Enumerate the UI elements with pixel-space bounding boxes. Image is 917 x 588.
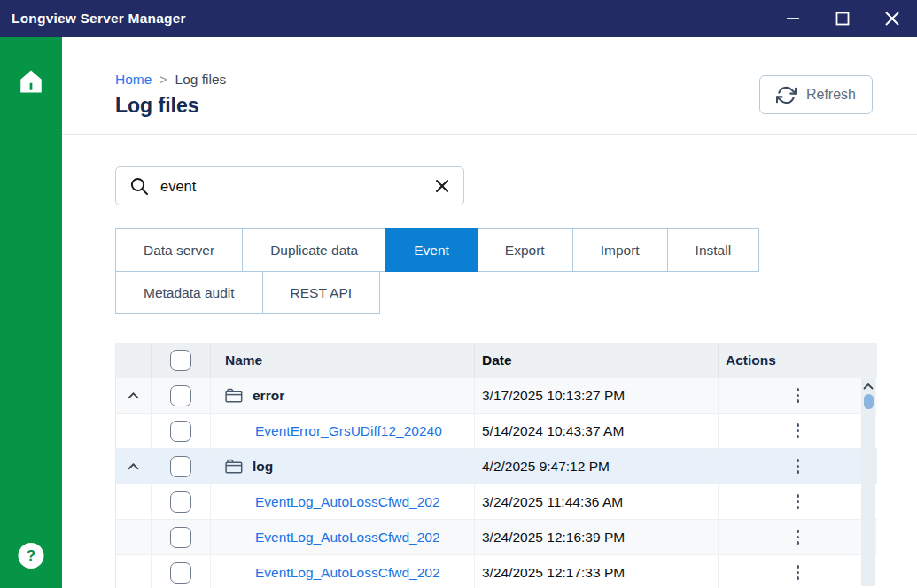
- row-date: 3/17/2025 10:13:27 PM: [475, 378, 719, 413]
- tab-install[interactable]: Install: [667, 228, 760, 272]
- collapse-chevron-icon: [128, 462, 139, 470]
- table-scrollbar[interactable]: [861, 378, 875, 586]
- tab-event[interactable]: Event: [385, 228, 478, 272]
- folder-name[interactable]: log: [253, 459, 273, 475]
- table-row[interactable]: EventLog_AutoLossCfwd_2023/24/2025 12:16…: [116, 520, 877, 555]
- row-checkbox[interactable]: [170, 385, 191, 406]
- collapse-chevron-icon: [128, 391, 139, 399]
- search-box: [115, 166, 464, 205]
- help-icon: ?: [27, 547, 35, 565]
- minimize-button[interactable]: [768, 0, 818, 37]
- file-link[interactable]: EventError_GrsUDiff12_20240: [255, 423, 442, 439]
- kebab-menu-icon[interactable]: [788, 524, 809, 550]
- table-header: Name Date Actions: [116, 343, 877, 378]
- select-all-cell: [152, 343, 211, 378]
- log-type-tabs: Data server Duplicate data Event Export …: [115, 228, 824, 313]
- row-expander: [116, 414, 152, 448]
- row-checkbox-cell: [152, 484, 211, 519]
- row-date: 5/14/2024 10:43:37 AM: [475, 414, 719, 448]
- tab-import[interactable]: Import: [572, 228, 668, 272]
- select-all-checkbox[interactable]: [170, 350, 191, 371]
- breadcrumb-separator: >: [159, 73, 167, 87]
- table-row[interactable]: EventLog_AutoLossCfwd_2023/24/2025 11:44…: [116, 484, 877, 520]
- file-link[interactable]: EventLog_AutoLossCfwd_202: [255, 530, 440, 545]
- tab-data-server[interactable]: Data server: [115, 228, 243, 272]
- maximize-button[interactable]: [818, 0, 867, 37]
- maximize-icon: [835, 11, 851, 27]
- row-actions-cell: [719, 555, 877, 588]
- refresh-button[interactable]: Refresh: [759, 75, 873, 114]
- kebab-menu-icon[interactable]: [788, 489, 809, 514]
- refresh-label: Refresh: [806, 87, 856, 103]
- expander-column-header: [116, 343, 152, 378]
- row-checkbox[interactable]: [170, 456, 191, 477]
- table-body: error3/17/2025 10:13:27 PMEventError_Grs…: [116, 378, 877, 588]
- search-icon: [129, 176, 149, 196]
- row-expander: [116, 520, 152, 554]
- kebab-menu-icon[interactable]: [788, 418, 809, 444]
- sidebar-home-button[interactable]: [0, 57, 62, 106]
- table-row[interactable]: EventError_GrsUDiff12_202405/14/2024 10:…: [116, 414, 877, 449]
- refresh-icon: [776, 85, 797, 105]
- log-files-table: Name Date Actions error3/17/2025 10:13:2…: [115, 343, 877, 588]
- titlebar: Longview Server Manager: [0, 0, 917, 37]
- clear-icon: [435, 179, 449, 193]
- app-title: Longview Server Manager: [12, 11, 186, 27]
- kebab-menu-icon[interactable]: [788, 453, 809, 479]
- row-expander[interactable]: [116, 378, 152, 413]
- row-name-cell: EventLog_AutoLossCfwd_202: [211, 555, 475, 588]
- row-actions-cell: [719, 484, 877, 519]
- row-date: 3/24/2025 11:44:36 AM: [475, 484, 719, 519]
- file-link[interactable]: EventLog_AutoLossCfwd_202: [255, 565, 440, 581]
- row-checkbox-cell: [152, 378, 211, 413]
- row-name-cell: error: [211, 378, 475, 413]
- scrollbar-thumb[interactable]: [864, 394, 874, 409]
- row-checkbox[interactable]: [170, 527, 191, 548]
- app-window: Longview Server Manager ?: [0, 0, 917, 588]
- row-name-cell: log: [211, 449, 475, 484]
- minimize-icon: [785, 11, 801, 27]
- row-checkbox[interactable]: [170, 562, 191, 584]
- file-link[interactable]: EventLog_AutoLossCfwd_202: [255, 494, 440, 510]
- scroll-up-icon[interactable]: [863, 383, 874, 390]
- main-area: Home > Log files Log files Refresh: [62, 37, 917, 588]
- window-controls: [768, 0, 917, 37]
- row-date: 3/24/2025 12:16:39 PM: [475, 520, 719, 554]
- tab-export[interactable]: Export: [477, 228, 573, 272]
- row-checkbox-cell: [152, 555, 211, 588]
- search-input[interactable]: [160, 178, 422, 195]
- help-button[interactable]: ?: [19, 543, 44, 569]
- page-title: Log files: [115, 94, 226, 118]
- kebab-menu-icon[interactable]: [788, 383, 809, 408]
- folder-icon: [225, 388, 243, 403]
- table-row[interactable]: error3/17/2025 10:13:27 PM: [116, 378, 877, 414]
- row-expander: [116, 484, 152, 519]
- page-header: Home > Log files Log files Refresh: [62, 37, 917, 135]
- row-actions-cell: [719, 449, 877, 484]
- home-icon: [18, 69, 44, 94]
- tab-metadata-audit[interactable]: Metadata audit: [115, 271, 263, 314]
- close-icon: [883, 10, 901, 27]
- row-checkbox[interactable]: [170, 491, 191, 513]
- kebab-menu-icon[interactable]: [788, 560, 809, 585]
- row-checkbox-cell: [152, 414, 211, 448]
- row-checkbox-cell: [152, 520, 211, 554]
- table-row[interactable]: EventLog_AutoLossCfwd_2023/24/2025 12:17…: [116, 555, 877, 588]
- tab-duplicate-data[interactable]: Duplicate data: [242, 228, 386, 272]
- sidebar: ?: [0, 37, 62, 588]
- folder-name[interactable]: error: [253, 388, 284, 404]
- row-expander[interactable]: [116, 449, 152, 484]
- breadcrumb-home-link[interactable]: Home: [115, 72, 152, 88]
- row-date: 3/24/2025 12:17:33 PM: [475, 555, 719, 588]
- tab-rest-api[interactable]: REST API: [262, 271, 381, 314]
- table-row[interactable]: log4/2/2025 9:47:12 PM: [116, 449, 877, 484]
- breadcrumb-current: Log files: [175, 72, 227, 88]
- row-actions-cell: [719, 414, 877, 448]
- close-button[interactable]: [867, 0, 917, 37]
- column-header-date: Date: [475, 343, 719, 378]
- row-checkbox[interactable]: [170, 421, 191, 442]
- row-name-cell: EventLog_AutoLossCfwd_202: [211, 484, 475, 519]
- folder-icon: [225, 459, 243, 474]
- clear-search-button[interactable]: [433, 177, 451, 195]
- row-name-cell: EventLog_AutoLossCfwd_202: [211, 520, 475, 554]
